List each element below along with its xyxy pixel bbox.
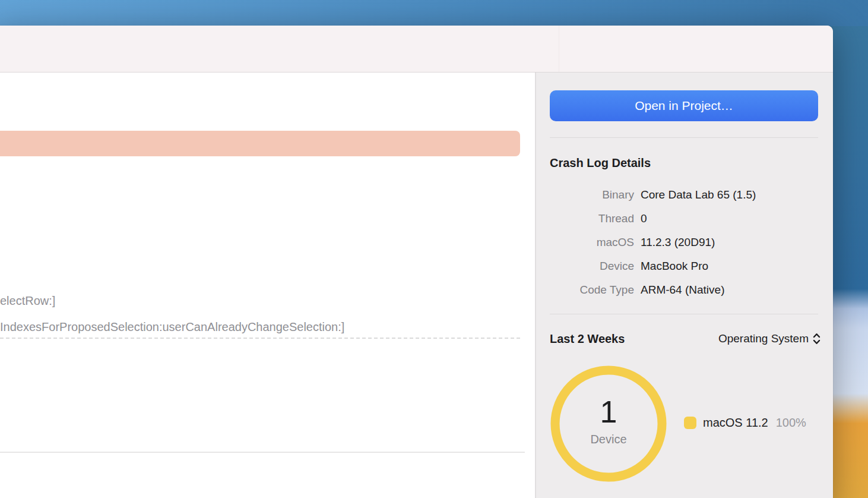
detail-row: Binary Core Data Lab 65 (1.5) — [536, 183, 833, 207]
crashed-frame-highlight-bar[interactable] — [0, 131, 520, 156]
chart-legend: macOS 11.2 100% — [684, 415, 806, 430]
detail-label: Device — [536, 260, 634, 273]
window-titlebar[interactable] — [0, 26, 833, 73]
detail-row: macOS 11.2.3 (20D91) — [536, 231, 833, 254]
detail-value: MacBook Pro — [641, 260, 833, 273]
detail-value: 11.2.3 (20D91) — [641, 236, 833, 249]
crash-log-details-title: Crash Log Details — [550, 156, 651, 170]
desktop-wallpaper-top-strip — [0, 0, 868, 26]
stack-section-dashed-divider — [0, 338, 520, 339]
detail-label: Thread — [536, 212, 634, 225]
crash-log-details-table: Binary Core Data Lab 65 (1.5) Thread 0 m… — [536, 183, 833, 302]
titlebar-pane-divider — [559, 26, 559, 72]
stack-frame-text[interactable]: electRow:] — [0, 294, 55, 308]
detail-value: ARM-64 (Native) — [641, 283, 833, 297]
sidebar-divider — [550, 314, 818, 314]
donut-label: Device — [590, 433, 626, 446]
legend-percent: 100% — [776, 416, 806, 430]
xcode-organizer-window: electRow:] IndexesForProposedSelection:u… — [0, 26, 833, 498]
detail-value: Core Data Lab 65 (1.5) — [641, 188, 833, 201]
stack-frame-text[interactable]: IndexesForProposedSelection:userCanAlrea… — [0, 320, 344, 334]
sidebar-divider — [550, 137, 818, 138]
open-in-project-button[interactable]: Open in Project… — [550, 90, 818, 121]
legend-item: macOS 11.2 100% — [684, 415, 806, 430]
detail-label: macOS — [536, 236, 634, 249]
detail-label: Code Type — [536, 283, 634, 297]
chevron-up-down-icon — [812, 332, 821, 346]
detail-row: Device MacBook Pro — [536, 254, 833, 278]
donut-value: 1 — [600, 396, 617, 427]
detail-row: Thread 0 — [536, 207, 833, 231]
detail-label: Binary — [536, 188, 634, 201]
legend-label: macOS 11.2 — [703, 416, 768, 430]
crash-log-content-pane: electRow:] IndexesForProposedSelection:u… — [0, 73, 535, 498]
group-by-label: Operating System — [718, 332, 809, 345]
device-donut-chart: 1 Device — [549, 364, 668, 483]
group-by-dropdown[interactable]: Operating System — [718, 332, 821, 346]
inspector-sidebar: Open in Project… Crash Log Details Binar… — [536, 73, 833, 498]
content-section-divider — [0, 452, 525, 453]
detail-value: 0 — [641, 212, 833, 225]
legend-swatch — [684, 417, 696, 429]
last-2-weeks-title: Last 2 Weeks — [550, 332, 625, 346]
detail-row: Code Type ARM-64 (Native) — [536, 278, 833, 302]
